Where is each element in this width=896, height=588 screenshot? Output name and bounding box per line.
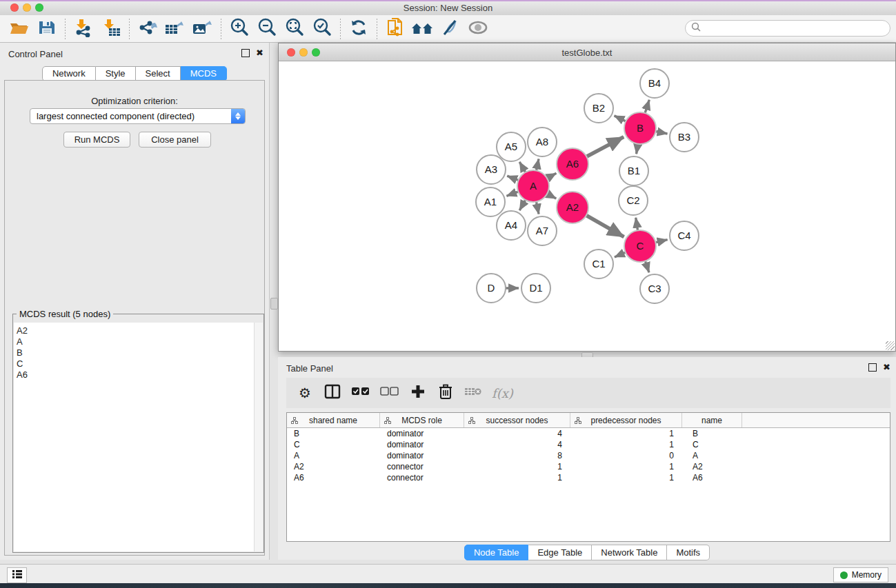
close-panel-button[interactable]: Close panel — [139, 132, 211, 148]
open-session-button[interactable] — [6, 17, 33, 41]
graph-node-B[interactable]: B — [624, 112, 656, 144]
svg-text:A4: A4 — [505, 219, 517, 231]
run-mcds-button[interactable]: Run MCDS — [63, 132, 130, 148]
export-image-button[interactable] — [189, 17, 217, 41]
mcds-result-item[interactable]: A — [17, 336, 255, 347]
delete-table-button[interactable] — [464, 383, 482, 403]
tab-style[interactable]: Style — [96, 66, 136, 81]
graph-node-B4[interactable]: B4 — [640, 69, 669, 98]
control-panel-title: Control Panel — [8, 49, 63, 59]
graph-node-B1[interactable]: B1 — [619, 156, 648, 185]
memory-status-icon — [840, 571, 848, 579]
save-floppy-icon — [38, 19, 56, 39]
criterion-dropdown-value: largest connected component (directed) — [37, 111, 195, 121]
status-bar: Memory — [0, 564, 896, 584]
search-box[interactable] — [685, 20, 890, 37]
task-history-button[interactable] — [7, 567, 27, 583]
graph-node-A3[interactable]: A3 — [477, 155, 506, 184]
column-header-name[interactable]: name — [682, 413, 742, 427]
function-builder-button[interactable]: f(x) — [492, 383, 513, 403]
add-column-button[interactable] — [409, 383, 427, 403]
delete-column-button[interactable] — [437, 383, 455, 403]
graph-node-A5[interactable]: A5 — [497, 132, 526, 161]
graph-node-A2[interactable]: A2 — [557, 192, 588, 223]
graph-node-C2[interactable]: C2 — [619, 186, 648, 215]
vertical-split-handle[interactable] — [270, 298, 278, 310]
mcds-result-item[interactable]: A2 — [17, 325, 255, 336]
column-header-shared-name[interactable]: shared name — [287, 413, 380, 427]
graph-node-A8[interactable]: A8 — [528, 128, 557, 156]
graph-node-C4[interactable]: C4 — [670, 221, 699, 250]
svg-text:A7: A7 — [536, 225, 548, 236]
close-panel-icon[interactable]: ✖ — [256, 50, 263, 57]
svg-text:D1: D1 — [529, 282, 542, 294]
double-house-button[interactable] — [409, 17, 437, 41]
table-row[interactable]: Adominator80A — [287, 450, 890, 461]
tree-icon — [384, 416, 391, 426]
column-header-predecessor-nodes[interactable]: predecessor nodes — [570, 413, 682, 427]
zoom-in-button[interactable] — [226, 17, 253, 41]
eye-button[interactable] — [464, 17, 492, 41]
tab-node-table[interactable]: Node Table — [464, 545, 529, 560]
table-row[interactable]: Bdominator41B — [287, 428, 890, 439]
graph-node-B3[interactable]: B3 — [670, 123, 699, 152]
network-canvas[interactable]: B4B2BB3A8A5A6A3B1AC2A1A2A4A7C4CC1DD1C3 — [279, 61, 895, 351]
tab-edge-table[interactable]: Edge Table — [528, 545, 592, 560]
close-table-panel-icon[interactable]: ✖ — [883, 364, 890, 371]
zoom-out-button[interactable] — [253, 17, 281, 41]
export-network-button[interactable] — [134, 17, 161, 41]
zoom-fit-button[interactable] — [281, 17, 308, 41]
memory-button[interactable]: Memory — [833, 567, 888, 582]
refresh-button[interactable] — [345, 17, 372, 41]
graph-node-D1[interactable]: D1 — [521, 274, 550, 303]
graph-node-B2[interactable]: B2 — [584, 94, 613, 123]
table-settings-button[interactable]: ⚙ — [296, 383, 314, 403]
graph-node-A[interactable]: A — [517, 170, 549, 202]
search-input[interactable] — [704, 23, 890, 34]
float-table-panel-icon[interactable] — [868, 363, 877, 372]
result-scrollbar[interactable] — [254, 323, 263, 551]
graph-node-D[interactable]: D — [477, 274, 506, 303]
import-table-button[interactable] — [97, 17, 125, 41]
graph-node-C3[interactable]: C3 — [640, 274, 669, 303]
graph-node-A4[interactable]: A4 — [497, 211, 526, 240]
graph-node-C1[interactable]: C1 — [584, 250, 613, 278]
table-row[interactable]: A2connector11A2 — [287, 461, 890, 472]
deselect-all-button[interactable] — [380, 383, 399, 403]
mcds-result-item[interactable]: B — [17, 347, 255, 358]
network-titlebar[interactable]: testGlobe.txt — [279, 43, 895, 61]
tab-network-table[interactable]: Network Table — [592, 545, 667, 560]
graph-node-A1[interactable]: A1 — [476, 187, 505, 216]
tab-mcds[interactable]: MCDS — [181, 66, 227, 81]
criterion-dropdown[interactable]: largest connected component (directed) — [30, 108, 246, 124]
mcds-result-item[interactable]: C — [17, 358, 255, 369]
export-table-button[interactable] — [161, 17, 189, 41]
table-body: Bdominator41BCdominator41CAdominator80AA… — [287, 428, 890, 483]
mcds-result-item[interactable]: A6 — [17, 369, 255, 381]
mcds-result-list[interactable]: A2ABCA6 — [14, 323, 255, 551]
network-graph[interactable]: B4B2BB3A8A5A6A3B1AC2A1A2A4A7C4CC1DD1C3 — [279, 61, 895, 351]
column-header-MCDS-role[interactable]: MCDS role — [380, 413, 464, 427]
column-header-successor-nodes[interactable]: successor nodes — [464, 413, 570, 427]
table-row[interactable]: Cdominator41C — [287, 439, 890, 450]
svg-text:A1: A1 — [484, 196, 497, 207]
show-columns-button[interactable] — [323, 383, 341, 403]
graph-node-A6[interactable]: A6 — [557, 148, 588, 180]
save-session-button[interactable] — [33, 17, 61, 41]
zoom-selected-button[interactable] — [308, 17, 336, 41]
select-all-button[interactable] — [351, 383, 370, 403]
pen-slash-button[interactable] — [437, 17, 464, 41]
tab-motifs[interactable]: Motifs — [667, 545, 710, 560]
window-resize-grip[interactable] — [886, 341, 895, 350]
new-network-from-selection-button[interactable] — [381, 17, 409, 41]
graph-node-C[interactable]: C — [624, 230, 656, 262]
float-panel-icon[interactable] — [241, 49, 250, 57]
toolbar-separator — [129, 19, 130, 39]
tab-select[interactable]: Select — [136, 66, 181, 81]
graph-node-A7[interactable]: A7 — [528, 216, 557, 245]
svg-text:C2: C2 — [626, 194, 639, 206]
tab-network[interactable]: Network — [42, 66, 96, 81]
table-row[interactable]: A6connector11A6 — [287, 472, 890, 483]
pen-slash-icon — [440, 18, 461, 40]
import-network-button[interactable] — [70, 17, 97, 41]
